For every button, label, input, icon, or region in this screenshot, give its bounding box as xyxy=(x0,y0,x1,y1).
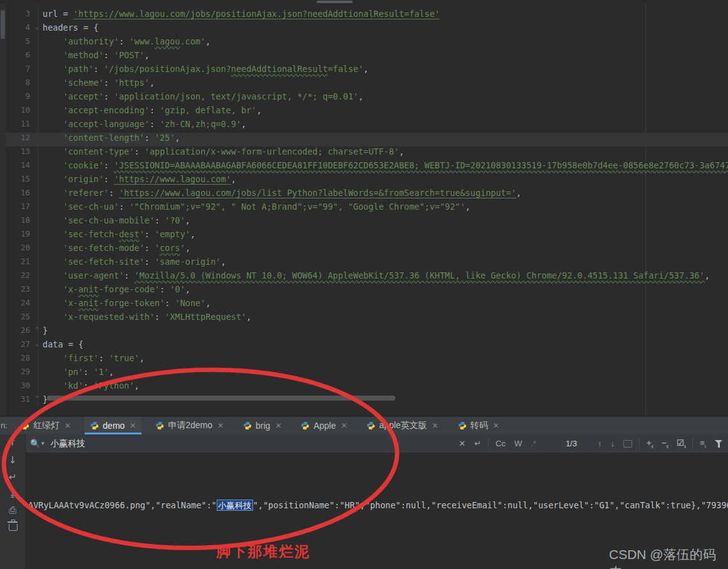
toolbar-divider xyxy=(692,438,693,449)
line-number: 22 xyxy=(6,270,30,280)
search-icon[interactable]: 🔍 xyxy=(30,439,40,448)
line-number: 15 xyxy=(6,174,30,183)
tab-close-icon[interactable]: ✕ xyxy=(130,421,136,430)
code-line: 7 'path': '/jobs/positionAjax.json?needA… xyxy=(0,64,728,78)
line-number: 18 xyxy=(6,215,30,225)
top-scrollbar-thumb[interactable] xyxy=(316,1,353,3)
horizontal-scrollbar[interactable] xyxy=(47,396,395,401)
line-number: 7 xyxy=(6,64,30,73)
next-occurrence-button[interactable]: ↓ xyxy=(610,439,615,448)
run-tab-apple英文版[interactable]: apple英文版✕ xyxy=(361,417,444,434)
fold-marker-icon[interactable]: ⌃ xyxy=(33,394,41,402)
code-line: 25 'x-requested-with': 'XMLHttpRequest', xyxy=(0,312,728,326)
select-all-occurrences-button[interactable]: ☑II xyxy=(677,438,685,449)
line-number: 11 xyxy=(6,119,30,128)
up-stack-icon[interactable]: ↑ xyxy=(0,437,25,448)
line-number: 19 xyxy=(6,229,30,238)
line-number: 28 xyxy=(6,353,30,362)
result-prefix: AVRyLAAAtv9vACz0966.png","realName":" xyxy=(28,500,217,510)
fold-marker-icon[interactable]: ⌄ xyxy=(33,23,41,31)
code-line: 21 'sec-fetch-site': 'same-origin', xyxy=(0,257,728,270)
code-line: 15 'origin': 'https://www.lagou.com', xyxy=(0,174,728,188)
code-line: 16 'referer': 'https://www.lagou.com/job… xyxy=(0,188,728,202)
match-case-toggle[interactable]: Cc xyxy=(496,439,506,448)
search-options-button[interactable]: ≡I xyxy=(700,438,705,449)
python-file-icon xyxy=(367,421,375,430)
tab-close-icon[interactable]: ✕ xyxy=(432,421,439,430)
filter-icon[interactable] xyxy=(715,440,723,448)
fold-marker-icon[interactable]: ⌄ xyxy=(33,339,41,347)
search-history-chevron-icon[interactable]: ▼ xyxy=(40,441,45,446)
find-toolbar: 🔍 ▼ 小赢科技 ✕ ↵ Cc W .* 1/3 ↑ ↓ +II −II ☑II… xyxy=(25,434,728,453)
code-line: 17 'sec-ch-ua': '"Chromium";v="92", " No… xyxy=(0,202,728,215)
toolbar-divider xyxy=(488,438,489,449)
soft-wrap-icon[interactable]: ↵ xyxy=(0,471,25,483)
python-file-icon xyxy=(301,421,309,430)
csdn-watermark: CSDN @落伍的码农 xyxy=(609,546,728,569)
code-editor[interactable]: 3url = 'https://www.lagou.com/jobs/posit… xyxy=(0,0,728,416)
line-number: 29 xyxy=(6,367,30,376)
line-number: 24 xyxy=(6,298,30,307)
print-icon[interactable]: ⎙ xyxy=(0,505,25,516)
line-number: 3 xyxy=(6,9,30,18)
regex-toggle[interactable]: .* xyxy=(531,439,536,448)
line-number: 13 xyxy=(6,146,30,156)
run-tab-红绿灯[interactable]: 红绿灯✕ xyxy=(15,417,76,434)
line-number: 12 xyxy=(6,133,30,142)
run-tabs: 红绿灯✕demo✕申请2demo✕brig✕Apple✕apple英文版✕转码✕ xyxy=(15,417,513,434)
code-line: 14 'cookie': 'JSESSIONID=ABAAABAABAGABFA… xyxy=(0,160,728,174)
code-line: 9 'accept': 'application/json, text/java… xyxy=(0,91,728,105)
code-line: 29 'pn': '1', xyxy=(0,367,728,381)
line-number: 23 xyxy=(6,284,30,294)
tab-close-icon[interactable]: ✕ xyxy=(493,421,499,430)
open-results-in-window-button[interactable] xyxy=(623,440,632,448)
line-number: 30 xyxy=(6,381,30,390)
search-input[interactable]: 小赢科技 xyxy=(50,438,85,449)
python-file-icon xyxy=(90,421,99,430)
run-tab-转码[interactable]: 转码✕ xyxy=(452,417,505,434)
code-line: 4⌄headers = { xyxy=(0,23,728,36)
fold-marker-icon[interactable]: ⌃ xyxy=(33,326,41,334)
code-line: 11 'accept-language': 'zh-CN,zh;q=0.9', xyxy=(0,119,728,133)
remove-occurrence-button[interactable]: −II xyxy=(662,438,668,449)
line-number: 21 xyxy=(6,257,30,266)
words-toggle[interactable]: W xyxy=(514,439,522,448)
newline-icon[interactable]: ↵ xyxy=(474,439,481,448)
scroll-to-end-icon[interactable]: ⤓ xyxy=(0,488,25,500)
tab-close-icon[interactable]: ✕ xyxy=(217,421,224,430)
top-scrollbar-track xyxy=(0,0,728,4)
tab-close-icon[interactable]: ✕ xyxy=(275,421,281,430)
match-counter: 1/3 xyxy=(566,439,577,448)
line-number: 5 xyxy=(6,36,30,46)
prev-occurrence-button[interactable]: ↑ xyxy=(598,439,602,448)
tab-close-icon[interactable]: ✕ xyxy=(65,421,71,430)
python-file-icon xyxy=(243,421,252,430)
line-number: 10 xyxy=(6,105,30,115)
run-tab-Apple[interactable]: Apple✕ xyxy=(295,417,353,434)
line-number: 20 xyxy=(6,243,30,252)
line-number: 31 xyxy=(6,394,30,404)
code-line: 23 'x-anit-forge-code': '0', xyxy=(0,284,728,298)
tab-label: 转码 xyxy=(471,420,488,431)
run-tab-brig[interactable]: brig✕ xyxy=(237,417,287,434)
clear-all-icon[interactable] xyxy=(9,524,18,531)
tab-label: apple英文版 xyxy=(379,420,427,431)
python-file-icon xyxy=(458,421,467,430)
add-occurrence-button[interactable]: +II xyxy=(647,438,653,449)
left-scrollbar-thumb[interactable] xyxy=(1,10,5,39)
code-line: 10 'accept-encoding': 'gzip, deflate, br… xyxy=(0,105,728,119)
tab-close-icon[interactable]: ✕ xyxy=(341,421,347,430)
line-number: 14 xyxy=(6,160,30,170)
python-file-icon xyxy=(155,421,164,430)
search-match-highlight: 小赢科技 xyxy=(217,500,253,511)
down-stack-icon[interactable]: ↓ xyxy=(0,454,25,466)
run-tab-申请2demo[interactable]: 申请2demo✕ xyxy=(150,417,229,434)
line-number: 8 xyxy=(6,78,30,87)
tab-label: 申请2demo xyxy=(168,420,212,431)
clear-search-icon[interactable]: ✕ xyxy=(459,439,465,448)
run-tab-demo[interactable]: demo✕ xyxy=(85,417,142,434)
toolbar-divider xyxy=(639,438,640,449)
run-tab-bar: n: 红绿灯✕demo✕申请2demo✕brig✕Apple✕apple英文版✕… xyxy=(0,417,728,434)
tab-label: 红绿灯 xyxy=(33,420,60,431)
code-line: 6 'method': 'POST', xyxy=(0,50,728,64)
